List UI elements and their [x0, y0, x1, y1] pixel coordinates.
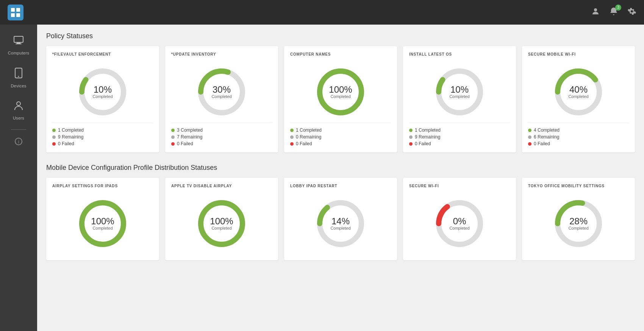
stat-row: 1 Completed: [290, 127, 391, 133]
donut-percent: 100%: [329, 85, 352, 94]
donut-container: 14% Completed: [290, 199, 391, 248]
card-title: APPLE TV DISABLE AIRPLAY: [171, 184, 272, 194]
policy-cards-row: *FILEVAULT ENFORCEMENT 10% Completed 1 C…: [46, 46, 635, 152]
donut-center: 40% Completed: [568, 85, 588, 99]
stat-card-2[interactable]: COMPUTER NAMES 100% Completed 1 Complete…: [284, 46, 397, 152]
computers-icon: [13, 34, 24, 48]
stat-text: 9 Remaining: [415, 134, 440, 140]
donut-wrap: 40% Completed: [554, 67, 603, 117]
stat-row: 1 Completed: [52, 127, 153, 133]
stat-row: 4 Completed: [528, 127, 629, 133]
stat-text: 0 Failed: [415, 141, 431, 146]
svg-rect-5: [14, 36, 23, 42]
svg-point-4: [594, 8, 597, 11]
stat-card-4[interactable]: SECURE MOBILE WI-FI 40% Completed 4 Comp…: [522, 46, 635, 152]
stat-dot: [290, 135, 294, 139]
stat-row: 0 Failed: [171, 141, 272, 146]
stat-dot: [171, 129, 175, 132]
donut-wrap: 28% Completed: [554, 199, 603, 248]
notifications-button[interactable]: 3: [609, 7, 618, 18]
stat-text: 9 Remaining: [58, 134, 83, 140]
stat-row: 7 Remaining: [171, 134, 272, 140]
svg-point-10: [17, 102, 20, 106]
donut-percent: 40%: [568, 85, 588, 94]
stat-card-0[interactable]: *FILEVAULT ENFORCEMENT 10% Completed 1 C…: [46, 46, 159, 152]
devices-icon: [13, 67, 24, 81]
users-label: Users: [13, 116, 24, 120]
sidebar: Computers Devices Users i: [0, 25, 37, 331]
stat-row: 0 Failed: [528, 141, 629, 146]
stat-card-3[interactable]: SECURE WI-FI 0% Completed: [403, 178, 516, 260]
donut-label: Completed: [330, 226, 350, 230]
stat-row: 6 Remaining: [528, 134, 629, 140]
stat-card-3[interactable]: INSTALL LATEST OS 10% Completed 1 Comple…: [403, 46, 516, 152]
stat-text: 0 Remaining: [296, 134, 321, 140]
donut-label: Completed: [211, 94, 231, 99]
stat-text: 1 Completed: [58, 127, 84, 133]
stat-dot: [52, 135, 56, 139]
donut-label: Completed: [449, 226, 469, 230]
donut-wrap: 10% Completed: [78, 67, 127, 117]
donut-label: Completed: [568, 226, 588, 230]
stat-dot: [290, 142, 294, 146]
user-icon-button[interactable]: [591, 7, 600, 18]
settings-button[interactable]: [627, 7, 636, 18]
donut-label: Completed: [329, 94, 352, 99]
nav-icons: 3: [591, 7, 636, 18]
card-title: SECURE WI-FI: [409, 184, 510, 194]
stat-dot: [52, 129, 56, 132]
stat-card-1[interactable]: APPLE TV DISABLE AIRPLAY 100% Completed: [165, 178, 278, 260]
donut-container: 10% Completed: [409, 67, 510, 117]
stat-card-1[interactable]: *UPDATE INVENTORY 30% Completed 3 Comple…: [165, 46, 278, 152]
stat-dot: [528, 142, 531, 146]
donut-percent: 0%: [449, 217, 469, 226]
policy-statuses-title: Policy Statuses: [46, 32, 635, 40]
stat-text: 7 Remaining: [177, 134, 202, 140]
donut-wrap: 30% Completed: [197, 67, 246, 117]
info-button[interactable]: i: [14, 133, 23, 152]
donut-center: 30% Completed: [211, 85, 231, 99]
stat-text: 0 Failed: [296, 141, 312, 146]
stat-card-4[interactable]: TOKYO OFFICE MOBILITY SETTINGS 28% Compl…: [522, 178, 635, 260]
notification-badge: 3: [615, 5, 621, 11]
donut-center: 28% Completed: [568, 217, 588, 230]
users-icon: [13, 100, 24, 113]
stat-row: 0 Failed: [290, 141, 391, 146]
app-body: Computers Devices Users i Policy Statuse…: [0, 25, 644, 331]
stat-dot: [528, 135, 531, 139]
donut-container: 30% Completed: [171, 67, 272, 117]
stat-dot: [409, 142, 413, 146]
card-stats: 4 Completed 6 Remaining 0 Failed: [528, 123, 629, 146]
donut-label: Completed: [449, 94, 469, 99]
donut-label: Completed: [91, 226, 114, 230]
sidebar-divider: [11, 129, 26, 130]
donut-percent: 28%: [568, 217, 588, 226]
card-title: *UPDATE INVENTORY: [171, 52, 272, 63]
stat-row: 0 Failed: [52, 141, 153, 146]
donut-wrap: 100% Completed: [197, 199, 246, 248]
svg-rect-7: [16, 44, 22, 44]
stat-text: 1 Completed: [296, 127, 322, 133]
donut-center: 10% Completed: [449, 85, 469, 99]
donut-wrap: 100% Completed: [316, 67, 365, 117]
stat-card-0[interactable]: AIRPLAY SETTINGS FOR IPADS 100% Complete…: [46, 178, 159, 260]
app-logo: [8, 5, 23, 20]
donut-percent: 100%: [91, 217, 114, 226]
sidebar-item-devices[interactable]: Devices: [0, 61, 37, 94]
devices-label: Devices: [11, 84, 26, 88]
stat-row: 0 Failed: [409, 141, 510, 146]
donut-center: 100% Completed: [210, 217, 233, 230]
donut-wrap: 14% Completed: [316, 199, 365, 248]
donut-label: Completed: [210, 226, 233, 230]
stat-dot: [171, 142, 175, 146]
sidebar-item-computers[interactable]: Computers: [0, 28, 37, 61]
donut-center: 100% Completed: [91, 217, 114, 230]
donut-label: Completed: [92, 94, 113, 99]
donut-wrap: 100% Completed: [78, 199, 127, 248]
stat-dot: [171, 135, 175, 139]
svg-rect-0: [11, 8, 15, 12]
sidebar-item-users[interactable]: Users: [0, 94, 37, 126]
stat-card-2[interactable]: LOBBY IPAD RESTART 14% Completed: [284, 178, 397, 260]
svg-text:i: i: [18, 139, 19, 145]
donut-container: 10% Completed: [52, 67, 153, 117]
